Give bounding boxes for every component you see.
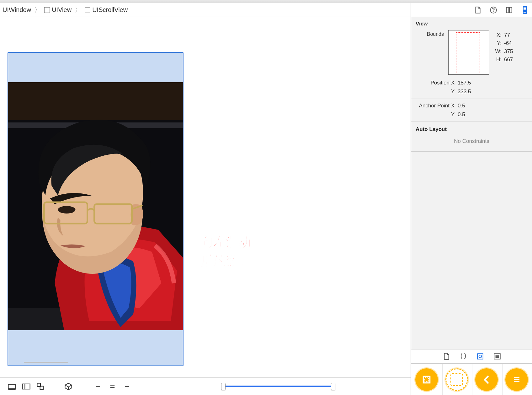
canvas[interactable]: 向左滑动 后的数据 — [0, 17, 411, 377]
anchor-y-row: Y 0.5 — [411, 110, 532, 119]
position-x-row: Position X 187.5 — [411, 78, 532, 87]
svg-rect-25 — [425, 378, 428, 381]
debug-cell — [442, 364, 471, 395]
anchor-x-label: Anchor Point X — [416, 103, 458, 109]
breadcrumb-chevron-icon: 〉 — [34, 5, 42, 15]
bounds-x-key: X: — [493, 32, 502, 38]
debug-cell — [412, 364, 441, 395]
bounds-x-value: 77 — [504, 32, 510, 38]
breadcrumb: UIWindow 〉 UIView 〉 UIScrollView — [0, 3, 411, 17]
selected-view-frame[interactable] — [8, 52, 184, 366]
slider-thumb-right[interactable] — [331, 383, 335, 390]
breadcrumb-label: UIScrollView — [92, 6, 128, 14]
canvas-toolbar: − = + — [0, 377, 411, 395]
svg-rect-18 — [477, 354, 483, 359]
lower-tab-file-icon[interactable] — [442, 352, 450, 360]
bounds-diagram — [448, 30, 489, 75]
breadcrumb-uiview[interactable]: UIView — [43, 6, 73, 14]
debug-buttons-row — [411, 364, 532, 395]
no-constraints-text: No Constraints — [411, 136, 532, 149]
wireframe-button[interactable] — [445, 368, 468, 391]
divider — [411, 99, 532, 99]
file-inspector-tab-icon[interactable] — [474, 6, 482, 14]
debug-cell — [502, 364, 531, 395]
view-icon — [44, 7, 50, 13]
breadcrumb-chevron-icon: 〉 — [74, 5, 82, 15]
inspector-pane: View Bounds X:77 Y:-64 W:375 H:667 Posit… — [411, 3, 532, 395]
bounds-inner-rect — [456, 32, 480, 73]
lower-tab-list-icon[interactable] — [493, 352, 501, 360]
bounds-row: Bounds X:77 Y:-64 W:375 H:667 — [411, 30, 532, 78]
anchor-y-label: Y — [416, 111, 458, 118]
size-inspector-tab-icon[interactable] — [521, 6, 529, 14]
identity-inspector-tab-icon[interactable] — [505, 6, 513, 14]
cube-3d-icon[interactable] — [64, 382, 73, 391]
bounds-w-value: 375 — [504, 48, 513, 55]
svg-rect-17 — [509, 7, 512, 13]
inspector-tabs — [411, 3, 532, 17]
help-inspector-tab-icon[interactable] — [489, 6, 497, 14]
annotation-line2: 后的数据 — [201, 251, 251, 270]
anchor-x-value: 0.5 — [458, 103, 465, 109]
divider — [411, 151, 532, 152]
main-container: UIWindow 〉 UIView 〉 UIScrollView — [0, 3, 532, 395]
bounds-values: X:77 Y:-64 W:375 H:667 — [493, 30, 513, 63]
anchor-x-row: Anchor Point X 0.5 — [411, 101, 532, 110]
section-header-autolayout: Auto Layout — [411, 124, 532, 136]
canvas-pane: UIWindow 〉 UIView 〉 UIScrollView — [0, 3, 411, 395]
list-button[interactable] — [505, 368, 528, 391]
zoom-in-button[interactable]: + — [123, 381, 131, 392]
bounds-h-key: H: — [493, 57, 502, 63]
slider-track — [222, 386, 335, 387]
bounds-h-value: 667 — [504, 57, 513, 63]
lower-tab-target-icon[interactable] — [476, 352, 484, 360]
position-y-label: Y — [416, 89, 458, 95]
breadcrumb-uiscrollview[interactable]: UIScrollView — [83, 6, 129, 14]
breadcrumb-label: UIWindow — [3, 6, 31, 14]
svg-rect-10 — [23, 384, 30, 389]
position-x-label: Position X — [416, 80, 458, 86]
zoom-reset-button[interactable]: = — [108, 381, 117, 392]
inspector-body: View Bounds X:77 Y:-64 W:375 H:667 Posit… — [411, 17, 532, 349]
svg-point-5 — [58, 206, 76, 214]
annotation-line1: 向左滑动 — [201, 232, 251, 251]
breadcrumb-uiwindow[interactable]: UIWindow — [1, 6, 32, 14]
bounds-y-value: -64 — [504, 40, 512, 46]
layout-icon-2[interactable] — [22, 382, 31, 391]
section-header-view: View — [411, 17, 532, 30]
scroll-indicator — [24, 362, 68, 363]
slider-thumb-left[interactable] — [221, 383, 226, 390]
anchor-y-value: 0.5 — [458, 111, 465, 118]
svg-rect-16 — [506, 7, 509, 13]
bounds-y-key: Y: — [493, 40, 502, 46]
range-slider[interactable] — [222, 383, 335, 390]
view-icon — [85, 7, 90, 13]
debug-cell — [472, 364, 501, 395]
back-button[interactable] — [475, 368, 498, 391]
layout-icon-1[interactable] — [8, 382, 16, 391]
svg-point-15 — [493, 11, 494, 12]
bounds-label: Bounds — [416, 30, 444, 37]
svg-point-19 — [479, 355, 481, 358]
breadcrumb-label: UIView — [52, 6, 72, 14]
layout-icon-3[interactable] — [36, 382, 45, 391]
zoom-out-button[interactable]: − — [93, 381, 102, 392]
clip-button[interactable] — [415, 368, 438, 391]
lower-tab-braces-icon[interactable] — [459, 352, 467, 360]
lower-inspector-tabs — [411, 349, 532, 364]
content-image — [8, 82, 183, 330]
divider — [411, 122, 532, 122]
svg-rect-8 — [8, 384, 15, 389]
annotation-text: 向左滑动 后的数据 — [201, 232, 251, 270]
position-y-row: Y 333.5 — [411, 87, 532, 96]
bounds-w-key: W: — [493, 48, 502, 55]
position-x-value: 187.5 — [458, 80, 471, 86]
position-y-value: 333.5 — [458, 89, 471, 95]
svg-rect-1 — [8, 82, 183, 120]
window-titlebar — [0, 0, 532, 3]
